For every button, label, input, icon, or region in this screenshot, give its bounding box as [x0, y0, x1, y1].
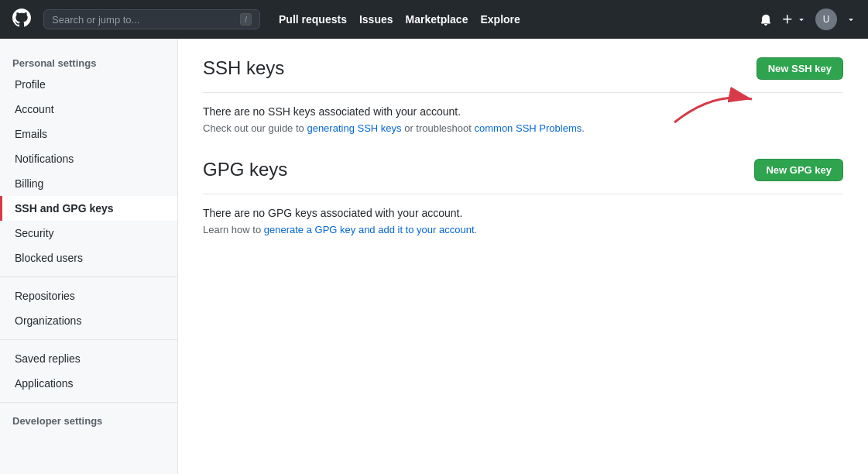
ssh-guide-text: Check out our guide to generating SSH ke…	[203, 122, 843, 134]
main-content: SSH keys New SSH key There are no SSH ke…	[178, 39, 868, 474]
sidebar-item-billing[interactable]: Billing	[0, 171, 177, 196]
ssh-guide-link2[interactable]: common SSH Problems	[475, 122, 582, 134]
ssh-section-title: SSH keys	[203, 57, 744, 79]
personal-settings-title: Personal settings	[0, 51, 177, 72]
sidebar-divider-2	[0, 339, 177, 340]
topnav-explore[interactable]: Explore	[480, 13, 520, 26]
sidebar-item-notifications[interactable]: Notifications	[0, 146, 177, 171]
avatar[interactable]: U	[815, 9, 837, 30]
sidebar-item-blocked-users[interactable]: Blocked users	[0, 246, 177, 270]
gpg-guide-link1[interactable]: generate a GPG key and add it to your ac…	[264, 224, 475, 235]
ssh-guide-prefix: Check out our guide to	[203, 122, 307, 134]
gpg-section-header: GPG keys New GPG key	[203, 159, 843, 194]
ssh-guide-suffix: .	[582, 122, 585, 134]
ssh-section-header: SSH keys New SSH key	[203, 57, 843, 93]
gpg-guide-prefix: Learn how to	[203, 224, 264, 235]
ssh-guide-link1[interactable]: generating SSH keys	[307, 122, 401, 134]
search-input[interactable]	[52, 14, 207, 26]
slash-badge: /	[240, 13, 252, 26]
topnav-issues[interactable]: Issues	[359, 13, 393, 26]
gpg-section: GPG keys New GPG key There are no GPG ke…	[203, 159, 843, 235]
topnav-actions: U	[760, 9, 856, 30]
ssh-section: SSH keys New SSH key There are no SSH ke…	[203, 57, 843, 134]
avatar-dropdown-button[interactable]	[846, 15, 856, 24]
new-gpg-key-button[interactable]: New GPG key	[754, 159, 843, 181]
create-new-button[interactable]	[781, 13, 806, 26]
github-logo-icon[interactable]	[12, 9, 31, 30]
gpg-guide-suffix: .	[475, 224, 478, 235]
sidebar-item-applications[interactable]: Applications	[0, 371, 177, 396]
sidebar-item-emails[interactable]: Emails	[0, 122, 177, 146]
ssh-guide-middle: or troubleshoot	[402, 122, 475, 134]
gpg-empty-notice: There are no GPG keys associated with yo…	[203, 207, 843, 219]
gpg-guide-text: Learn how to generate a GPG key and add …	[203, 224, 843, 235]
sidebar-item-account[interactable]: Account	[0, 97, 177, 122]
sidebar-item-saved-replies[interactable]: Saved replies	[0, 346, 177, 371]
developer-settings-title: Developer settings	[0, 409, 177, 430]
search-box[interactable]: /	[43, 9, 260, 29]
sidebar-item-ssh-gpg-keys[interactable]: SSH and GPG keys	[0, 196, 177, 221]
topnav-pull-requests[interactable]: Pull requests	[279, 13, 347, 26]
topnav: / Pull requests Issues Marketplace Explo…	[0, 0, 868, 39]
sidebar-divider-3	[0, 402, 177, 403]
sidebar-divider	[0, 276, 177, 277]
gpg-section-title: GPG keys	[203, 159, 742, 180]
topnav-marketplace[interactable]: Marketplace	[406, 13, 468, 26]
sidebar: Personal settings Profile Account Emails…	[0, 39, 178, 474]
page-layout: Personal settings Profile Account Emails…	[0, 39, 868, 474]
notifications-button[interactable]	[760, 13, 772, 26]
sidebar-item-security[interactable]: Security	[0, 221, 177, 246]
new-ssh-key-button[interactable]: New SSH key	[756, 57, 843, 80]
sidebar-item-profile[interactable]: Profile	[0, 72, 177, 97]
topnav-links: Pull requests Issues Marketplace Explore	[279, 13, 520, 26]
ssh-empty-notice: There are no SSH keys associated with yo…	[203, 105, 843, 118]
sidebar-item-repositories[interactable]: Repositories	[0, 283, 177, 308]
sidebar-item-organizations[interactable]: Organizations	[0, 308, 177, 333]
